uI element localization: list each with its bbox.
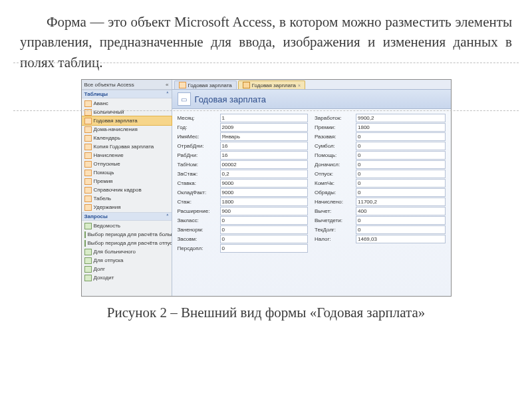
nav-pane: Все объекты Access « Таблицы ˄ АвансБоль… (82, 80, 172, 296)
nav-table-item[interactable]: Дома-начисления (82, 125, 172, 134)
access-screenshot: Все объекты Access « Таблицы ˄ АвансБоль… (81, 79, 452, 297)
field-label: ЗаСтаж: (178, 171, 217, 177)
field-label: Разовая: (315, 134, 353, 140)
form-row: Премии:1800 (315, 122, 446, 132)
nav-table-item[interactable]: Начисление (82, 151, 172, 160)
nav-item-label: Долг (94, 266, 105, 272)
form-row: ОтрабДни:16 (178, 141, 309, 150)
nav-header[interactable]: Все объекты Access « (82, 80, 172, 90)
field-value[interactable]: Январь (220, 132, 309, 141)
field-value[interactable]: 00002 (220, 160, 309, 169)
nav-table-item[interactable]: Отпускные (82, 160, 172, 168)
field-value[interactable]: 0 (356, 225, 446, 234)
figure-caption: Рисунок 2 – Внешний вид формы «Годовая з… (20, 305, 512, 321)
nav-query-item[interactable]: Выбор периода для расчёта отпуска (82, 239, 172, 247)
field-value[interactable]: 0 (220, 225, 309, 234)
form-row: ТабНом:00002 (178, 160, 309, 169)
query-icon (84, 240, 86, 247)
field-label: Отпуск: (315, 171, 353, 177)
field-value[interactable]: 11700,2 (356, 198, 446, 206)
field-value[interactable]: 1 (220, 114, 309, 122)
field-value[interactable]: 16 (220, 142, 309, 150)
tab-table[interactable]: Годовая зарплата (174, 80, 237, 89)
field-value[interactable]: 0 (356, 132, 446, 141)
tab-label: Годовая зарплата (188, 82, 232, 88)
field-value[interactable]: 9000 (220, 179, 309, 188)
nav-query-item[interactable]: Долг (82, 265, 172, 273)
nav-table-item[interactable]: Годовая зарплата (82, 116, 172, 125)
nav-query-item[interactable]: Для больничного (82, 247, 172, 256)
field-value[interactable]: 0,2 (220, 170, 309, 178)
tab-label: Годовая зарплата (252, 82, 296, 88)
nav-table-item[interactable]: Календарь (82, 134, 172, 142)
field-label: Помощь: (315, 152, 353, 158)
nav-section-queries[interactable]: Запросы ˄ (82, 212, 172, 221)
nav-query-item[interactable]: Выбор периода для расчёта больн... (82, 230, 172, 239)
table-icon (84, 118, 92, 124)
nav-table-item[interactable]: Помощь (82, 168, 172, 177)
nav-table-item[interactable]: Справочник кадров (82, 186, 172, 194)
nav-query-item[interactable]: Ведомость (82, 221, 172, 230)
form-row: Месяц:1 (178, 113, 309, 122)
field-value[interactable]: 9000 (220, 188, 309, 197)
form-row: ТекДолг:0 (315, 225, 446, 234)
nav-table-item[interactable]: Удержания (82, 203, 172, 211)
field-value[interactable]: 400 (356, 207, 446, 215)
field-label: Ставка: (178, 180, 217, 186)
nav-table-item[interactable]: Табель (82, 194, 172, 203)
field-value[interactable]: 1800 (356, 123, 446, 132)
nav-item-label: Для отпуска (94, 257, 124, 263)
nav-item-label: Табель (94, 196, 112, 201)
table-icon (84, 204, 92, 211)
form-row: ИмяМес:Январь (178, 132, 309, 141)
form-row: Налог:1469,03 (315, 234, 446, 243)
field-label: Месяц: (178, 115, 217, 121)
nav-table-item[interactable]: Аванс (82, 99, 172, 108)
nav-query-item[interactable]: Доходит (82, 273, 172, 282)
field-label: Вычет: (315, 208, 353, 214)
form-row: РабДни:16 (178, 150, 309, 160)
field-value[interactable]: 0 (356, 151, 446, 160)
nav-query-item[interactable]: Для отпуска (82, 256, 172, 265)
field-value[interactable]: 0 (356, 188, 446, 197)
chevron-up-icon: ˄ (166, 214, 169, 219)
form-row: Заработок:9900,2 (315, 113, 446, 122)
field-value[interactable]: 16 (220, 151, 309, 160)
collapse-icon[interactable]: « (166, 82, 168, 88)
nav-table-item[interactable]: Больничный (82, 108, 172, 116)
form-header: ▭ Годовая зарплата (172, 90, 451, 109)
nav-table-item[interactable]: Премия (82, 177, 172, 186)
field-label: Засовм: (178, 236, 217, 242)
field-value[interactable]: 0 (356, 142, 446, 150)
field-value[interactable]: 0 (220, 235, 309, 243)
form-row: Стаж:1800 (178, 197, 309, 206)
field-value[interactable]: 0 (220, 244, 309, 253)
nav-item-label: Помощь (94, 170, 114, 176)
nav-item-label: Выбор периода для расчёта отпуска (88, 240, 172, 246)
field-value[interactable]: 0 (220, 216, 309, 225)
nav-section-tables[interactable]: Таблицы ˄ (82, 90, 172, 98)
tab-form[interactable]: Годовая зарплата × (238, 80, 305, 89)
field-value[interactable]: 9900,2 (356, 114, 446, 122)
form-row: Заненорм:0 (178, 225, 309, 234)
field-value[interactable]: 900 (220, 207, 309, 215)
field-value[interactable]: 0 (356, 179, 446, 188)
form-row: Засовм:0 (178, 234, 309, 243)
nav-item-label: Годовая зарплата (94, 118, 138, 124)
table-icon (84, 170, 92, 176)
nav-table-item[interactable]: Копия Годовая зарплата (82, 142, 172, 151)
table-icon (84, 187, 92, 194)
field-value[interactable]: 2009 (220, 123, 309, 132)
nav-item-label: Премия (94, 178, 113, 184)
field-value[interactable]: 1800 (220, 198, 309, 206)
field-value[interactable]: 0 (356, 170, 446, 178)
form-row: Сумбол:0 (315, 141, 446, 150)
field-value[interactable]: 0 (356, 160, 446, 169)
field-value[interactable]: 1469,03 (356, 235, 446, 243)
close-icon[interactable]: × (298, 83, 301, 88)
field-label: Год: (178, 124, 217, 130)
field-label: ИмяМес: (178, 134, 217, 140)
field-label: ТабНом: (178, 162, 217, 168)
form-row: Начислено:11700,2 (315, 197, 446, 206)
field-value[interactable]: 0 (356, 216, 446, 225)
